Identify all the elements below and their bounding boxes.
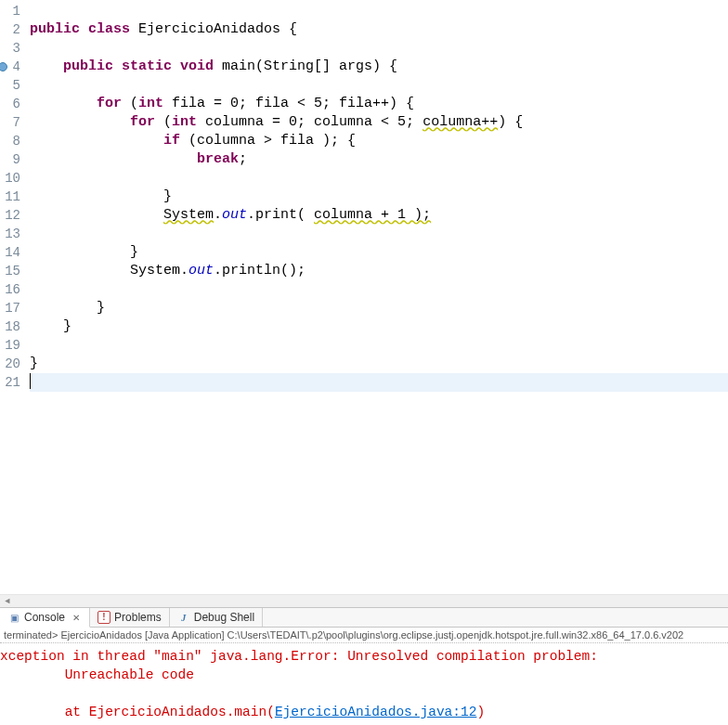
line-number: 15 <box>0 262 24 280</box>
tab-debug-shell[interactable]: J Debug Shell <box>170 608 263 627</box>
code-line[interactable]: for (int fila = 0; fila < 5; fila++) { <box>30 95 728 113</box>
line-number: 3 <box>0 39 24 58</box>
problems-icon: ! <box>98 611 110 624</box>
line-number: 6 <box>0 95 24 113</box>
line-number: 8 <box>0 132 24 150</box>
debug-shell-icon: J <box>177 611 190 624</box>
tab-console[interactable]: ▣ Console ✕ <box>0 608 90 628</box>
tab-console-label: Console <box>24 611 65 624</box>
code-line[interactable]: for (int columna = 0; columna < 5; colum… <box>30 113 728 132</box>
code-line[interactable] <box>30 169 728 188</box>
console-error-line-3-prefix: at EjercicioAnidados.main( <box>0 705 275 719</box>
code-line[interactable] <box>30 39 728 58</box>
code-line[interactable] <box>30 76 728 95</box>
line-number: 21 <box>0 373 24 392</box>
text-caret <box>30 373 31 389</box>
code-line[interactable] <box>30 336 728 355</box>
code-line[interactable]: System.out.println(); <box>30 262 728 280</box>
close-icon[interactable]: ✕ <box>71 612 82 623</box>
code-line[interactable]: System.out.print( columna + 1 ); <box>30 206 728 225</box>
line-number: 2 <box>0 20 24 39</box>
tab-problems[interactable]: ! Problems <box>90 608 170 627</box>
bottom-tabs: ▣ Console ✕ ! Problems J Debug Shell <box>0 607 728 628</box>
line-number: 1 <box>0 2 24 20</box>
line-number: 16 <box>0 280 24 299</box>
code-line[interactable]: public class EjercicioAnidados { <box>30 20 728 39</box>
line-number: 20 <box>0 355 24 373</box>
code-line[interactable]: } <box>30 188 728 206</box>
line-number: 5 <box>0 76 24 95</box>
line-number: 4 <box>0 58 24 76</box>
console-error-line-3-suffix: ) <box>476 705 485 719</box>
code-line[interactable] <box>30 225 728 243</box>
console-stack-link[interactable]: EjercicioAnidados.java:12 <box>275 705 477 719</box>
code-content[interactable]: public class EjercicioAnidados { public … <box>24 0 728 594</box>
tab-problems-label: Problems <box>114 611 162 624</box>
code-line[interactable]: } <box>30 299 728 317</box>
code-editor[interactable]: 123456789101112131415161718192021 public… <box>0 0 728 594</box>
code-line[interactable]: break; <box>30 150 728 169</box>
code-line[interactable] <box>30 373 728 392</box>
line-number: 17 <box>0 299 24 317</box>
tab-debug-label: Debug Shell <box>194 611 254 624</box>
console-error-line-1: xception in thread "main" java.lang.Erro… <box>0 649 606 664</box>
code-line[interactable]: } <box>30 243 728 262</box>
console-icon: ▣ <box>7 611 20 624</box>
line-number: 7 <box>0 113 24 132</box>
code-line[interactable]: } <box>30 355 728 373</box>
override-marker-icon <box>0 62 7 71</box>
line-number: 19 <box>0 336 24 355</box>
scroll-left-icon[interactable]: ◄ <box>0 595 15 608</box>
horizontal-scrollbar[interactable]: ◄ <box>0 594 728 607</box>
line-number: 12 <box>0 206 24 225</box>
console-output[interactable]: xception in thread "main" java.lang.Erro… <box>0 643 728 725</box>
code-line[interactable]: public static void main(String[] args) { <box>30 58 728 76</box>
line-number: 11 <box>0 188 24 206</box>
console-header: terminated> EjercicioAnidados [Java Appl… <box>0 628 728 643</box>
line-number: 13 <box>0 225 24 243</box>
line-number: 9 <box>0 150 24 169</box>
line-number: 10 <box>0 169 24 188</box>
line-number: 18 <box>0 317 24 336</box>
code-line[interactable]: if (columna > fila ); { <box>30 132 728 150</box>
code-line[interactable]: } <box>30 317 728 336</box>
code-line[interactable] <box>30 2 728 20</box>
console-error-line-2: Unreachable code <box>0 667 194 682</box>
line-number: 14 <box>0 243 24 262</box>
line-number-gutter: 123456789101112131415161718192021 <box>0 0 24 594</box>
code-line[interactable] <box>30 280 728 299</box>
